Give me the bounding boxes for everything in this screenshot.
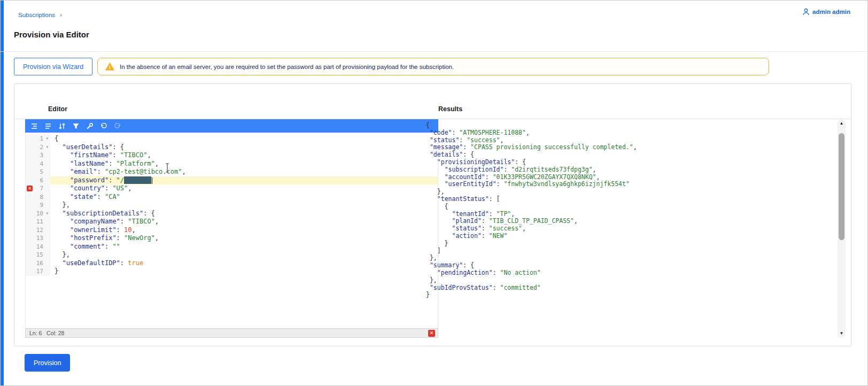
gutter-cell: 13 xyxy=(26,234,50,243)
json-token: : { xyxy=(112,143,124,151)
code-text: { xyxy=(50,135,438,143)
scroll-up-icon[interactable]: ▲ xyxy=(838,120,846,127)
gutter-cell: 17 xyxy=(26,267,50,276)
compact-icon[interactable] xyxy=(42,120,54,132)
json-token: : xyxy=(112,151,120,159)
repair-icon[interactable] xyxy=(83,120,96,132)
gutter-cell: 4 xyxy=(26,160,50,168)
json-editor[interactable]: 1▼{2▼ "userDetails": {3 "firstName": "TI… xyxy=(25,119,438,338)
json-token: "TIB_CLD_TP_PAID_CPASS" xyxy=(489,217,574,225)
scroll-down-icon[interactable]: ▼ xyxy=(838,330,846,337)
json-token: "details" xyxy=(430,151,463,158)
line-number: 6 xyxy=(40,176,44,185)
json-token xyxy=(55,176,70,184)
json-token xyxy=(55,226,70,234)
editor-line-14[interactable]: 14 "comment": "" xyxy=(26,243,438,251)
editor-line-9[interactable]: 9 }, xyxy=(26,201,438,210)
code-text: }, xyxy=(50,201,438,210)
code-text: "email": "cp2-test@tibco.com", xyxy=(50,168,438,176)
gutter-cell: 12 xyxy=(26,226,50,235)
line-number: 5 xyxy=(40,168,44,176)
format-icon[interactable] xyxy=(28,120,40,132)
redo-icon[interactable] xyxy=(111,120,123,132)
json-token xyxy=(55,160,70,167)
results-heading: Results xyxy=(438,105,462,113)
editor-line-2[interactable]: 2▼ "userDetails": { xyxy=(26,143,438,152)
fold-icon[interactable]: ▼ xyxy=(44,135,50,143)
editor-code-area[interactable]: 1▼{2▼ "userDetails": {3 "firstName": "TI… xyxy=(25,133,438,328)
editor-line-4[interactable]: 4 "lastName": "Platform", xyxy=(26,160,438,168)
json-token xyxy=(55,234,70,242)
editor-line-8[interactable]: 8 "state": "CA" xyxy=(26,193,438,202)
gutter-cell: 2▼ xyxy=(26,143,50,152)
scroll-thumb[interactable] xyxy=(839,133,844,240)
editor-line-15[interactable]: 15 }, xyxy=(26,251,438,259)
provision-via-wizard-button[interactable]: Provision via Wizard xyxy=(14,58,92,75)
warning-text: In the absence of an email server, you a… xyxy=(120,64,454,70)
code-text: "companyName": "TIBCO", xyxy=(50,218,438,226)
json-token: } xyxy=(55,267,58,275)
warning-triangle-icon: ! xyxy=(105,63,114,71)
editor-line-17[interactable]: 17} xyxy=(26,267,438,276)
json-token: : xyxy=(117,226,124,234)
line-number: 1 xyxy=(40,135,44,143)
editor-line-10[interactable]: 10▼ "subscriptionDetails": { xyxy=(26,210,438,218)
line-number: 4 xyxy=(40,160,44,168)
json-token: "userEntityId" xyxy=(445,180,497,188)
filter-icon[interactable] xyxy=(69,120,82,132)
code-text: "userDetails": { xyxy=(50,143,438,152)
json-token: "email" xyxy=(70,168,97,175)
json-token: "userDetails" xyxy=(62,143,112,151)
gutter-cell: 5 xyxy=(26,168,50,176)
json-token xyxy=(55,143,62,151)
json-token: , xyxy=(182,168,185,175)
line-number: 11 xyxy=(36,218,44,226)
page-title: Provision via Editor xyxy=(14,30,89,39)
fold-icon[interactable]: ▼ xyxy=(44,143,50,152)
user-menu[interactable]: admin admin xyxy=(802,8,850,16)
breadcrumb-subscriptions[interactable]: Subscriptions xyxy=(18,12,55,18)
header-divider xyxy=(1,51,867,52)
json-token xyxy=(55,193,70,200)
sort-icon[interactable] xyxy=(56,120,68,132)
json-token: "subIdProvStatus" xyxy=(430,284,493,291)
editor-line-1[interactable]: 1▼{ xyxy=(26,135,438,143)
json-token: "planId" xyxy=(452,217,481,225)
json-token: "code" xyxy=(430,129,452,136)
json-token: "message" xyxy=(430,143,463,151)
editor-line-11[interactable]: 11 "companyName": "TIBCO", xyxy=(26,218,438,226)
json-token: "status" xyxy=(452,225,481,232)
code-text: "lastName": "Platform", xyxy=(50,160,438,168)
json-token: : xyxy=(117,234,124,242)
editor-line-6[interactable]: 6 "password": "/ xyxy=(26,176,438,185)
provision-page: Subscriptions› admin admin Provision via… xyxy=(0,0,868,386)
json-token: "provisioningDetails" xyxy=(437,158,515,166)
json-token: : xyxy=(120,218,128,225)
code-text: } xyxy=(50,267,438,276)
breadcrumb: Subscriptions› xyxy=(18,11,62,19)
line-number: 12 xyxy=(36,226,44,235)
json-token: "No action" xyxy=(500,269,541,276)
json-token xyxy=(55,243,70,250)
json-token: : xyxy=(108,160,116,167)
json-token: : xyxy=(120,259,128,267)
editor-line-7[interactable]: ✕7 "country": "US", xyxy=(26,184,438,193)
fold-icon[interactable]: ▼ xyxy=(44,210,50,218)
editor-results-panel: Editor Results xyxy=(14,83,851,346)
editor-line-16[interactable]: 16 "useDefaultIDP": true xyxy=(26,259,438,268)
provision-button[interactable]: Provision xyxy=(25,354,70,372)
json-token: "d2irqtitseds73fdpg3g" xyxy=(511,166,592,173)
editor-line-3[interactable]: 3 "firstName": "TIBCO", xyxy=(26,151,438,160)
text-ibeam-cursor xyxy=(165,163,170,175)
json-token: }, xyxy=(55,201,70,209)
json-token xyxy=(55,151,70,159)
editor-line-12[interactable]: 12 "ownerLimit": 10, xyxy=(26,226,438,235)
error-indicator-icon[interactable]: ✕ xyxy=(428,330,435,337)
undo-icon[interactable] xyxy=(97,120,110,132)
editor-line-5[interactable]: 5 "email": "cp2-test@tibco.com", xyxy=(26,168,438,176)
json-token: : xyxy=(108,176,116,184)
editor-line-13[interactable]: 13 "hostPrefix": "NewOrg", xyxy=(26,234,438,243)
results-scrollbar[interactable]: ▲ ▼ xyxy=(838,119,846,338)
json-token: 10 xyxy=(124,226,131,234)
json-token: true xyxy=(128,259,143,267)
